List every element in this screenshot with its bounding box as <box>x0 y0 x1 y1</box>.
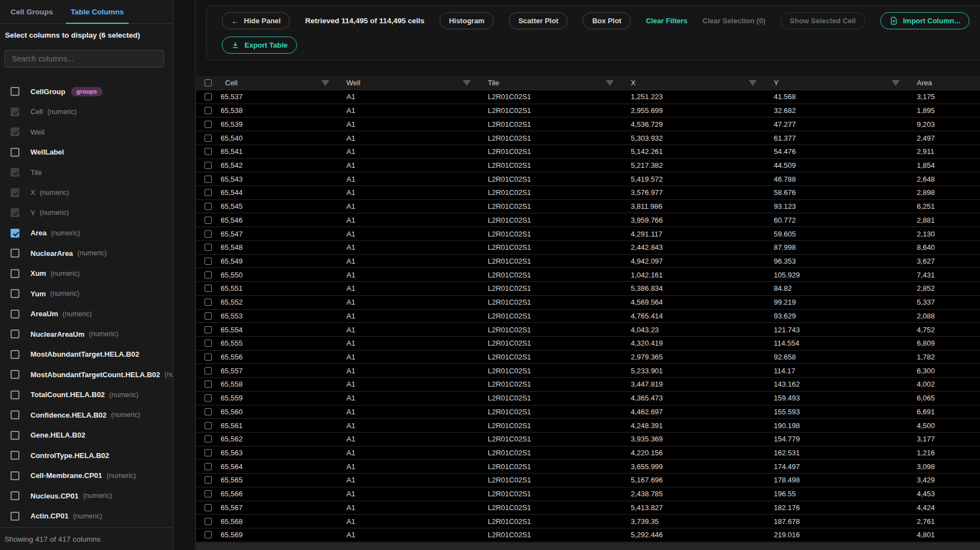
scatter-plot-button[interactable]: Scatter Plot <box>509 12 568 29</box>
table-row[interactable]: 65,545A1L2R01C02S13,811.98693.1236,251 <box>196 200 980 214</box>
column-checkbox[interactable] <box>11 491 19 500</box>
clear-filters-button[interactable]: Clear Filters <box>646 17 687 25</box>
column-checkbox[interactable] <box>11 471 19 480</box>
column-checkbox[interactable] <box>11 451 19 460</box>
filter-icon[interactable] <box>321 79 329 86</box>
column-checkbox[interactable] <box>11 390 19 399</box>
row-checkbox[interactable] <box>205 312 212 320</box>
row-checkbox[interactable] <box>205 148 212 155</box>
column-header-well[interactable]: Well <box>337 76 478 90</box>
tab-cell-groups[interactable]: Cell Groups <box>6 0 58 23</box>
column-toggle-item[interactable]: Xum (numeric) <box>0 264 173 284</box>
table-row[interactable]: 65,542A1L2R01C02S15,217.38244.5091,854 <box>196 159 980 173</box>
column-toggle-item[interactable]: Actin.CP01 (numeric) <box>0 506 173 527</box>
row-checkbox[interactable] <box>205 203 212 210</box>
export-table-button[interactable]: Export Table <box>222 37 297 54</box>
row-checkbox[interactable] <box>205 217 212 224</box>
column-toggle-item[interactable]: NuclearArea (numeric) <box>0 243 173 264</box>
row-checkbox[interactable] <box>205 121 212 128</box>
table-row[interactable]: 65,557A1L2R01C02S15,233.901114.176,300 <box>196 364 980 378</box>
table-row[interactable]: 65,565A1L2R01C02S15,167.696178.4983,429 <box>196 474 980 487</box>
row-checkbox[interactable] <box>205 326 212 333</box>
table-row[interactable]: 65,538A1L2R01C02S12,955.69932.6821,895 <box>196 104 980 118</box>
table-row[interactable]: 65,553A1L2R01C02S14,765.41493.6292,088 <box>196 310 980 323</box>
table-row[interactable]: 65,555A1L2R01C02S14,320.419114.5546,809 <box>196 337 980 351</box>
column-toggle-item[interactable]: CellGroup groups <box>0 81 173 102</box>
column-checkbox[interactable] <box>11 249 19 258</box>
table-row[interactable]: 65,564A1L2R01C02S13,655.999174.4973,098 <box>196 460 980 474</box>
table-row[interactable]: 65,561A1L2R01C02S14,248.391190.1984,500 <box>196 419 980 433</box>
row-checkbox[interactable] <box>205 340 212 347</box>
row-checkbox[interactable] <box>205 176 212 183</box>
table-row[interactable]: 65,566A1L2R01C02S12,438.785196.554,453 <box>196 487 980 501</box>
table-row[interactable]: 65,554A1L2R01C02S14,043.23121.7434,752 <box>196 323 980 337</box>
column-checkbox[interactable] <box>11 330 19 338</box>
row-checkbox[interactable] <box>205 107 212 114</box>
table-row[interactable]: 65,547A1L2R01C02S14,291.11759.6052,130 <box>196 227 980 241</box>
column-toggle-item[interactable]: Gene.HELA.B02 <box>0 425 173 446</box>
column-checkbox[interactable] <box>11 87 19 96</box>
column-checkbox[interactable] <box>11 512 19 521</box>
row-checkbox[interactable] <box>205 258 212 265</box>
row-checkbox[interactable] <box>205 394 212 402</box>
table-row[interactable]: 65,552A1L2R01C02S14,569.56499.2195,337 <box>196 296 980 310</box>
row-checkbox[interactable] <box>205 189 212 196</box>
row-checkbox[interactable] <box>205 422 212 429</box>
column-toggle-item[interactable]: Yum (numeric) <box>0 284 173 304</box>
column-header-cell[interactable]: Cell <box>217 76 337 90</box>
filter-icon[interactable] <box>463 79 471 86</box>
row-checkbox[interactable] <box>205 490 212 497</box>
column-checkbox[interactable] <box>11 269 19 278</box>
row-checkbox[interactable] <box>205 244 212 251</box>
column-toggle-item[interactable]: Cell-Membrane.CP01 (numeric) <box>0 466 173 486</box>
column-checkbox[interactable] <box>11 350 19 359</box>
row-checkbox[interactable] <box>205 367 212 374</box>
select-all-checkbox[interactable] <box>205 79 212 86</box>
column-toggle-item[interactable]: Area (numeric) <box>0 223 173 244</box>
table-row[interactable]: 65,569A1L2R01C02S15,292.446219.0164,801 <box>196 528 980 542</box>
column-checkbox[interactable] <box>11 148 19 157</box>
table-row[interactable]: 65,559A1L2R01C02S14,365.473159.4936,065 <box>196 392 980 405</box>
table-row[interactable]: 65,567A1L2R01C02S15,413.827182.1764,424 <box>196 501 980 515</box>
table-row[interactable]: 65,537A1L2R01C02S11,251.22341.5683,175 <box>196 90 980 104</box>
row-checkbox[interactable] <box>205 285 212 292</box>
row-checkbox[interactable] <box>205 299 212 306</box>
box-plot-button[interactable]: Box Plot <box>583 12 631 29</box>
table-row[interactable]: 65,543A1L2R01C02S15,419.57246.7882,648 <box>196 172 980 186</box>
column-checkbox[interactable] <box>11 310 19 318</box>
table-row[interactable]: 65,540A1L2R01C02S15,303.93261.3772,497 <box>196 131 980 145</box>
column-toggle-item[interactable]: ControlType.HELA.B02 <box>0 445 173 466</box>
row-checkbox[interactable] <box>205 408 212 415</box>
table-row[interactable]: 65,544A1L2R01C02S13,576.97758.6762,898 <box>196 186 980 200</box>
row-checkbox[interactable] <box>205 271 212 279</box>
column-checkbox[interactable] <box>11 229 19 238</box>
row-checkbox[interactable] <box>205 476 212 484</box>
column-toggle-item[interactable]: MostAbundantTargetCount.HELA.B02 (numeri… <box>0 364 173 385</box>
filter-icon[interactable] <box>892 79 900 86</box>
table-row[interactable]: 65,551A1L2R01C02S15,386.83484.822,852 <box>196 282 980 296</box>
table-row[interactable]: 65,562A1L2R01C02S13,935.369154.7793,177 <box>196 433 980 446</box>
column-checkbox[interactable] <box>11 370 19 379</box>
histogram-button[interactable]: Histogram <box>440 12 494 29</box>
import-column-button[interactable]: Import Column... <box>880 12 969 29</box>
row-checkbox[interactable] <box>205 449 212 456</box>
table-row[interactable]: 65,568A1L2R01C02S13,739.35187.6782,761 <box>196 515 980 528</box>
table-row[interactable]: 65,556A1L2R01C02S12,979.36592.6581,782 <box>196 351 980 364</box>
horizontal-scrollbar[interactable] <box>196 543 980 550</box>
column-checkbox[interactable] <box>11 289 19 298</box>
table-row[interactable]: 65,539A1L2R01C02S14,536.72947.2779,203 <box>196 117 980 131</box>
table-row[interactable]: 65,550A1L2R01C02S11,042.161105.9297,431 <box>196 268 980 282</box>
table-row[interactable]: 65,548A1L2R01C02S12,442.84387.9988,640 <box>196 241 980 255</box>
column-header-area[interactable]: Area <box>907 76 980 90</box>
row-checkbox[interactable] <box>205 381 212 388</box>
table-row[interactable]: 65,563A1L2R01C02S14,220.156162.5311,216 <box>196 446 980 460</box>
column-toggle-item[interactable]: TotalCount.HELA.B02 (numeric) <box>0 385 173 405</box>
column-toggle-item[interactable]: MostAbundantTarget.HELA.B02 <box>0 345 173 365</box>
column-toggle-item[interactable]: Nucleus.CP01 (numeric) <box>0 486 173 506</box>
row-checkbox[interactable] <box>205 230 212 238</box>
row-checkbox[interactable] <box>205 162 212 169</box>
column-toggle-item[interactable]: WellLabel <box>0 142 173 163</box>
hide-panel-button[interactable]: ← Hide Panel <box>222 12 290 29</box>
table-row[interactable]: 65,560A1L2R01C02S14,462.697155.5936,691 <box>196 405 980 419</box>
column-toggle-item[interactable]: NuclearAreaUm (numeric) <box>0 324 173 345</box>
